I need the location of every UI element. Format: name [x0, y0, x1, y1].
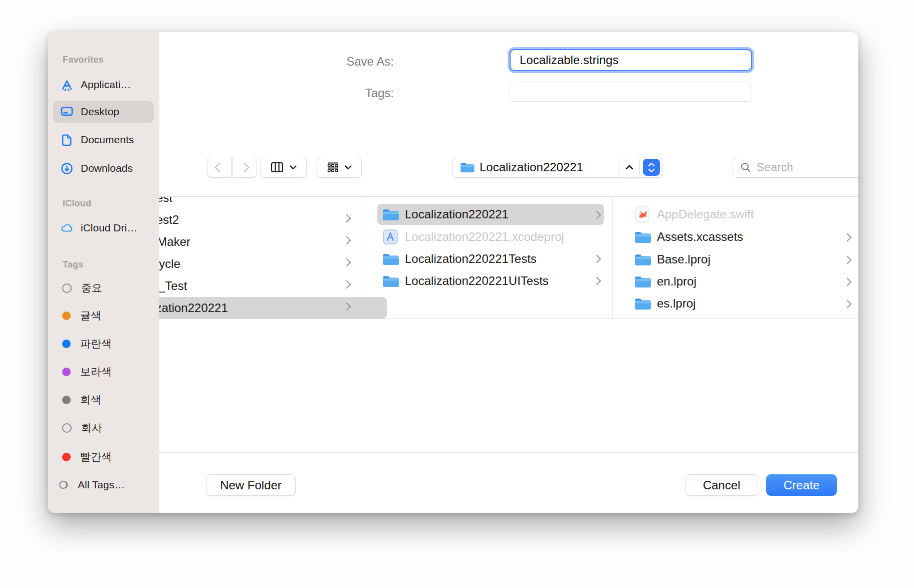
- column-divider: [612, 197, 613, 319]
- forward-button[interactable]: [233, 157, 257, 178]
- file-name: Localization220221Tests: [405, 252, 537, 266]
- tag-purple-icon: [62, 368, 71, 376]
- list-item[interactable]: es.lproj: [634, 292, 696, 315]
- chevron-up-icon: [625, 165, 633, 170]
- folder-icon: [634, 274, 651, 288]
- list-item[interactable]: en.lproj: [634, 270, 697, 292]
- column-view-button[interactable]: [261, 157, 307, 178]
- chevron-left-icon: [214, 163, 223, 172]
- tag-red-icon: [62, 453, 71, 461]
- back-button[interactable]: [207, 157, 232, 178]
- sidebar-item-label: All Tags…: [78, 479, 125, 491]
- create-button[interactable]: Create: [766, 474, 837, 496]
- sidebar-tag-gray[interactable]: 회색: [53, 389, 154, 411]
- folder-icon: [382, 207, 399, 221]
- sidebar-tag-company[interactable]: 회사: [53, 417, 154, 439]
- sidebar-tag-orange[interactable]: 귤색: [53, 305, 154, 327]
- file-name: Assets.xcassets: [657, 230, 743, 244]
- sidebar-tag-red[interactable]: 빨간색: [53, 446, 154, 468]
- search-icon: [740, 162, 751, 173]
- sidebar-item-label: Downloads: [81, 162, 133, 174]
- sidebar-item-downloads[interactable]: Downloads: [53, 157, 154, 179]
- chevron-right-icon: [343, 258, 351, 267]
- tag-label: 회색: [80, 393, 101, 407]
- folder-icon: [634, 297, 651, 311]
- chevron-down-icon: [345, 165, 352, 170]
- chevron-right-icon: [593, 277, 601, 285]
- list-item[interactable]: Localization220221Tests: [382, 248, 537, 270]
- list-item[interactable]: Localization220221UITests: [382, 270, 549, 292]
- sidebar-item-desktop[interactable]: Desktop: [53, 101, 154, 123]
- sidebar-item-applications[interactable]: Applicati…: [53, 74, 154, 96]
- sidebar-section-icloud: iCloud: [63, 198, 91, 209]
- cancel-button[interactable]: Cancel: [685, 474, 758, 496]
- list-item[interactable]: lization220221: [150, 297, 228, 319]
- chevron-down-icon: [290, 165, 297, 170]
- sidebar-item-documents[interactable]: Documents: [53, 129, 154, 151]
- tags-input[interactable]: [510, 82, 752, 102]
- list-item[interactable]: Assets.xcassets: [634, 226, 743, 248]
- new-folder-button[interactable]: New Folder: [206, 474, 296, 496]
- columns-view-icon: [271, 162, 284, 173]
- file-name: es.lproj: [657, 297, 696, 311]
- tag-label: 빨간색: [80, 450, 112, 464]
- chevron-right-icon: [343, 214, 351, 223]
- sidebar-item-all-tags[interactable]: All Tags…: [53, 474, 154, 496]
- tags-label: Tags:: [314, 86, 394, 100]
- tag-gray-icon: [62, 396, 71, 404]
- app-store-icon: [59, 77, 74, 92]
- folder-icon: [460, 161, 475, 173]
- tag-circle-outline-icon: [62, 423, 72, 433]
- sidebar-item-icloud-drive[interactable]: iCloud Dri…: [53, 217, 154, 239]
- search-input[interactable]: [756, 160, 858, 175]
- cloud-icon: [59, 220, 74, 235]
- chevron-right-icon: [343, 280, 351, 289]
- file-name: lization220221: [150, 301, 228, 315]
- tag-orange-icon: [62, 312, 71, 320]
- file-name: Localization220221: [405, 207, 509, 221]
- collapse-button[interactable]: [619, 157, 640, 178]
- group-view-button[interactable]: [317, 157, 362, 178]
- swift-file-icon: [634, 206, 651, 223]
- search-field[interactable]: [733, 157, 858, 178]
- tag-label: 귤색: [80, 309, 101, 323]
- chevron-right-icon: [843, 233, 852, 242]
- footer-divider: [159, 452, 858, 453]
- sidebar-section-favorites: Favorites: [63, 55, 104, 65]
- xcodeproj-icon: [382, 228, 399, 245]
- tag-circle-outline-icon: [62, 283, 72, 293]
- list-item[interactable]: Localization220221: [382, 203, 509, 225]
- folder-icon: [634, 252, 651, 266]
- tag-blue-icon: [62, 340, 71, 348]
- sidebar-section-tags: Tags: [63, 259, 83, 270]
- file-name: Localization220221UITests: [405, 274, 549, 288]
- tag-label: 회사: [81, 421, 102, 435]
- file-browser: Test Test2 eMaker Cycle B_Test lization2…: [48, 196, 858, 319]
- desktop-icon: [59, 104, 74, 119]
- document-icon: [59, 132, 74, 147]
- stepper-icon: [643, 159, 660, 176]
- list-item: AppDelegate.swift: [634, 203, 754, 225]
- folder-icon: [382, 274, 399, 288]
- screen: Test Test2 eMaker Cycle B_Test lization2…: [0, 0, 914, 588]
- chevron-right-icon: [343, 236, 351, 245]
- sidebar-item-label: Applicati…: [81, 79, 131, 91]
- file-name: AppDelegate.swift: [657, 207, 754, 221]
- save-as-input[interactable]: [510, 49, 752, 71]
- list-item[interactable]: Base.lproj: [634, 248, 711, 270]
- chevron-right-icon: [843, 256, 852, 264]
- folder-icon: [634, 230, 651, 244]
- chevron-right-icon: [240, 163, 249, 172]
- sidebar-tag-purple[interactable]: 보라색: [53, 361, 154, 383]
- sidebar-tag-blue[interactable]: 파란색: [53, 333, 154, 355]
- all-tags-icon: [58, 477, 73, 492]
- sidebar: Favorites Applicati… Desktop Documents: [48, 32, 159, 513]
- file-name: en.lproj: [657, 274, 697, 288]
- folder-icon: [382, 252, 399, 266]
- save-as-label: Save As:: [314, 55, 394, 69]
- chevron-right-icon: [843, 278, 852, 286]
- sidebar-item-label: Desktop: [81, 106, 119, 118]
- sidebar-tag-important[interactable]: 중요: [53, 277, 154, 299]
- tag-label: 파란색: [80, 337, 112, 351]
- file-name: Base.lproj: [657, 252, 711, 266]
